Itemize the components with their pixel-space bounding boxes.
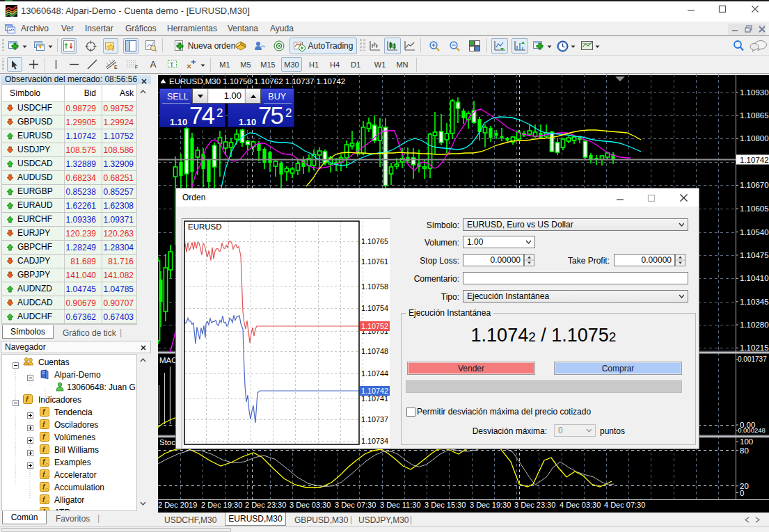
svg-text:1.10737: 1.10737 <box>361 415 388 424</box>
svg-text:3 Dec 11:30: 3 Dec 11:30 <box>380 501 421 509</box>
svg-text:1.10742: 1.10742 <box>361 387 388 395</box>
svg-text:3 Dec 07:30: 3 Dec 07:30 <box>335 501 376 509</box>
svg-text:EURUSD: EURUSD <box>188 223 222 231</box>
svg-text:3 Dec 15:30: 3 Dec 15:30 <box>425 501 466 509</box>
svg-text:1.10765: 1.10765 <box>361 237 388 245</box>
svg-text:E: E <box>114 65 118 70</box>
svg-text:100: 100 <box>740 437 753 446</box>
svg-text:0: 0 <box>740 489 744 497</box>
svg-text:F: F <box>135 65 138 70</box>
svg-text:2 Dec 19:30: 2 Dec 19:30 <box>201 501 242 509</box>
svg-text:0.001737: 0.001737 <box>738 355 767 363</box>
svg-text:1.10215: 1.10215 <box>740 344 769 352</box>
svg-text:1.10540: 1.10540 <box>740 228 769 236</box>
svg-text:1.10800: 1.10800 <box>740 134 769 143</box>
svg-text:1.10734: 1.10734 <box>361 437 388 445</box>
svg-text:T: T <box>170 61 174 68</box>
svg-text:80: 80 <box>740 446 749 455</box>
svg-text:4 Dec 07:30: 4 Dec 07:30 <box>604 501 645 509</box>
svg-text:1.10865: 1.10865 <box>740 111 769 120</box>
svg-text:1.10670: 1.10670 <box>740 181 769 189</box>
svg-text:-0.000248: -0.000248 <box>736 426 766 434</box>
svg-text:1.10758: 1.10758 <box>361 282 388 291</box>
svg-text:1.10744: 1.10744 <box>361 369 388 378</box>
svg-text:3 Dec 23:30: 3 Dec 23:30 <box>514 501 555 509</box>
svg-text:1.10605: 1.10605 <box>740 204 769 213</box>
svg-text:1.10345: 1.10345 <box>740 298 769 306</box>
svg-text:EURUSD,M30 1.10758 1.10762 1.: EURUSD,M30 1.10758 1.10762 1.10737 1.107… <box>169 77 345 86</box>
svg-text:1.10930: 1.10930 <box>740 88 769 97</box>
svg-text:1.10475: 1.10475 <box>740 251 769 259</box>
svg-text:1.10752: 1.10752 <box>361 322 388 330</box>
svg-text:1.10280: 1.10280 <box>740 321 769 329</box>
svg-text:2 Dec 23:30: 2 Dec 23:30 <box>245 501 286 509</box>
svg-text:2 Dec 2019: 2 Dec 2019 <box>158 501 197 509</box>
svg-text:1.10410: 1.10410 <box>740 274 769 282</box>
svg-text:1.10761: 1.10761 <box>361 257 388 266</box>
svg-text:1.10748: 1.10748 <box>361 347 388 355</box>
svg-text:1.10754: 1.10754 <box>361 304 388 312</box>
svg-text:4 Dec 03:30: 4 Dec 03:30 <box>560 501 601 509</box>
svg-text:3 Dec 03:30: 3 Dec 03:30 <box>290 501 331 509</box>
svg-text:3 Dec 19:30: 3 Dec 19:30 <box>470 501 511 509</box>
svg-text:1.10742: 1.10742 <box>740 156 769 164</box>
